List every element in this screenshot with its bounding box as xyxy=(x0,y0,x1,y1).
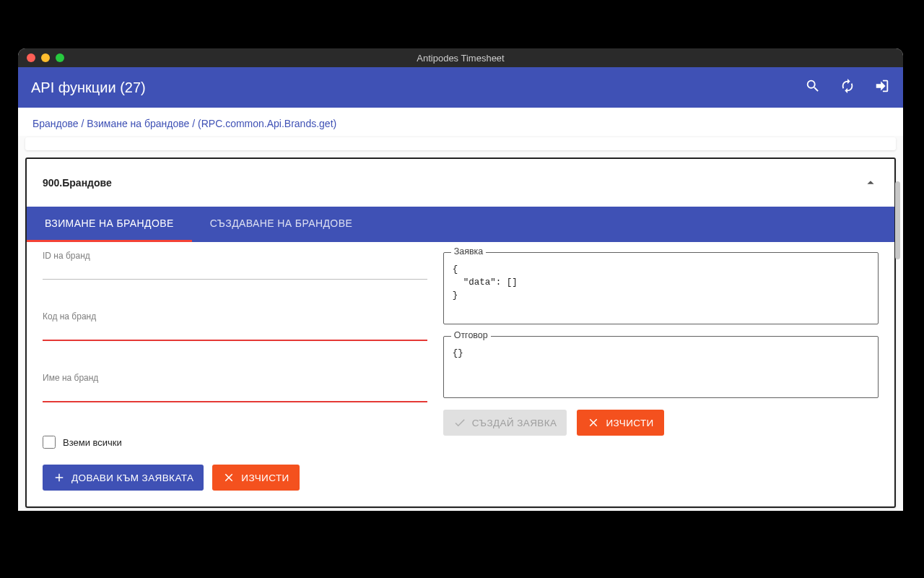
add-to-request-button[interactable]: ДОВАВИ КЪМ ЗАЯВКАТА xyxy=(43,465,204,491)
request-box: Заявка { "data": [] } xyxy=(443,252,879,324)
input-brand-code[interactable] xyxy=(43,313,427,341)
tab-get-brands[interactable]: ВЗИМАНЕ НА БРАНДОВЕ xyxy=(27,207,192,242)
breadcrumb-item-get[interactable]: Взимане на брандове xyxy=(87,118,189,129)
logout-icon[interactable] xyxy=(874,78,890,97)
content-area: Брандове / Взимане на брандове / (RPC.co… xyxy=(18,108,903,511)
form-button-row: ДОВАВИ КЪМ ЗАЯВКАТА ИЗЧИСТИ xyxy=(43,465,427,491)
checkbox-get-all[interactable] xyxy=(43,436,56,449)
tab-create-brands[interactable]: СЪЗДАВАНЕ НА БРАНДОВЕ xyxy=(192,207,370,242)
appbar-actions xyxy=(805,78,890,97)
breadcrumb-item-brands[interactable]: Брандове xyxy=(32,118,79,129)
brand-api-card: 900.Брандове ВЗИМАНЕ НА БРАНДОВЕ СЪЗДАВА… xyxy=(25,158,896,508)
request-label: Заявка xyxy=(451,246,487,256)
request-button-row: СЪЗДАЙ ЗАЯВКА ИЗЧИСТИ xyxy=(443,410,879,436)
close-icon xyxy=(587,416,600,429)
form-area: ID на бранд Код на бранд Име на бранд Вз… xyxy=(27,242,894,506)
close-icon xyxy=(222,471,235,484)
page-title: API функции (27) xyxy=(31,79,805,96)
close-window-button[interactable] xyxy=(27,53,35,62)
window-titlebar: Antipodes Timesheet xyxy=(18,48,903,67)
chevron-up-icon xyxy=(863,175,879,191)
breadcrumb-item-rpc: (RPC.common.Api.Brands.get) xyxy=(198,118,336,129)
window-controls xyxy=(27,53,64,62)
checkbox-get-all-label: Вземи всички xyxy=(63,437,122,448)
field-brand-code: Код на бранд xyxy=(43,313,427,341)
submit-request-button[interactable]: СЪЗДАЙ ЗАЯВКА xyxy=(443,410,567,436)
search-icon[interactable] xyxy=(805,78,821,97)
request-response-column: Заявка { "data": [] } Отговор {} СЪЗДАЙ … xyxy=(443,252,879,491)
field-brand-id: ID на бранд xyxy=(43,252,427,280)
refresh-icon[interactable] xyxy=(840,78,855,97)
plus-icon xyxy=(53,471,66,484)
window-title: Antipodes Timesheet xyxy=(417,53,504,64)
card-header[interactable]: 900.Брандове xyxy=(27,159,894,207)
response-box: Отговор {} xyxy=(443,336,879,398)
tabs: ВЗИМАНЕ НА БРАНДОВЕ СЪЗДАВАНЕ НА БРАНДОВ… xyxy=(27,207,894,242)
form-inputs-column: ID на бранд Код на бранд Име на бранд Вз… xyxy=(43,252,427,491)
breadcrumb: Брандове / Взимане на брандове / (RPC.co… xyxy=(18,108,903,136)
clear-request-button[interactable]: ИЗЧИСТИ xyxy=(577,410,663,436)
input-brand-name[interactable] xyxy=(43,374,427,402)
maximize-window-button[interactable] xyxy=(56,53,64,62)
previous-card-edge xyxy=(25,137,896,150)
minimize-window-button[interactable] xyxy=(41,53,50,62)
app-bar: API функции (27) xyxy=(18,67,903,108)
response-label: Отговор xyxy=(451,330,491,340)
checkbox-get-all-row: Вземи всички xyxy=(43,436,427,449)
app-window: Antipodes Timesheet API функции (27) Бра… xyxy=(18,48,903,511)
request-body[interactable]: { "data": [] } xyxy=(453,263,869,302)
field-brand-name: Име на бранд xyxy=(43,374,427,402)
check-icon xyxy=(453,416,466,429)
input-brand-id[interactable] xyxy=(43,252,427,280)
card-title: 900.Брандове xyxy=(43,177,863,189)
scrollbar-thumb[interactable] xyxy=(895,181,900,259)
response-body: {} xyxy=(453,347,869,360)
clear-form-button[interactable]: ИЗЧИСТИ xyxy=(212,465,299,491)
